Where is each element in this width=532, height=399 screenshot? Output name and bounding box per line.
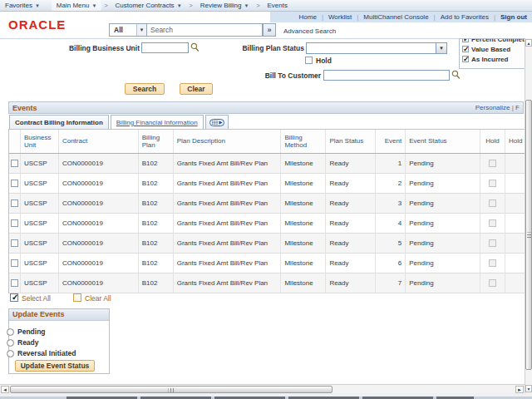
hold-checkbox[interactable] <box>305 57 313 64</box>
cell-event-number: 5 <box>376 234 406 253</box>
breadcrumb-favorites[interactable]: Favorites ▼ <box>0 0 45 11</box>
value-based-checkbox[interactable] <box>462 46 469 52</box>
vertical-scrollbar-thumb[interactable] <box>525 100 532 370</box>
header-event-status[interactable]: Event Status <box>406 130 480 153</box>
oracle-logo: ORACLE <box>8 17 66 32</box>
header-event[interactable]: Event <box>376 130 406 153</box>
cell-plan-description: Grants Fixed Amt Bill/Rev Plan <box>174 154 282 173</box>
as-incurred-row: As Incurred <box>462 54 525 64</box>
top-nav-links: Home | Worklist | MultiChannel Console |… <box>270 12 532 22</box>
header-hold[interactable]: Hold <box>480 130 505 153</box>
ready-radio[interactable] <box>7 339 14 347</box>
row-select-checkbox[interactable] <box>11 200 18 207</box>
header-contract[interactable]: Contract <box>59 130 139 153</box>
horizontal-scrollbar[interactable]: ◄ ► <box>0 384 525 393</box>
clear-all-icon[interactable] <box>73 293 81 302</box>
billing-plan-status-select[interactable]: ▼ <box>306 42 447 54</box>
percent-complete-row: Percent Complete <box>462 38 525 44</box>
row-select-checkbox[interactable] <box>11 219 18 227</box>
breadcrumb-separator-icon: > <box>254 2 262 8</box>
billing-business-unit-input[interactable] <box>141 42 189 53</box>
global-search-input[interactable] <box>147 23 263 37</box>
bill-to-customer-lookup-icon[interactable] <box>451 70 461 80</box>
cell-plan-status: Ready <box>326 254 376 273</box>
reversal-initiated-radio[interactable] <box>7 350 14 357</box>
chevron-down-icon[interactable]: ▼ <box>436 43 446 53</box>
cell-plan-status: Ready <box>326 214 376 233</box>
cell-billing-method: Milestone <box>281 234 326 253</box>
pending-radio[interactable] <box>7 328 14 336</box>
clear-button[interactable]: Clear <box>180 83 213 95</box>
vertical-scrollbar[interactable]: ▲ ▼ <box>525 38 532 393</box>
row-select-checkbox[interactable] <box>11 160 18 167</box>
cell-billing-method: Milestone <box>281 194 326 213</box>
row-select-checkbox[interactable] <box>11 259 18 267</box>
tab-billing-financial-information[interactable]: Billing Financial Information <box>111 115 204 129</box>
scroll-up-arrow-icon[interactable]: ▲ <box>525 39 532 47</box>
header-billing-plan[interactable]: Billing Plan <box>139 130 174 153</box>
cell-event-status: Pending <box>406 214 480 233</box>
select-all-icon[interactable] <box>10 293 18 302</box>
breadcrumb-main-menu-label: Main Menu <box>57 2 90 9</box>
nav-link-home[interactable]: Home <box>299 13 317 21</box>
nav-link-add-to-favorites[interactable]: Add to Favorites <box>441 13 489 21</box>
show-all-columns-button[interactable] <box>205 115 229 129</box>
bill-to-customer-input[interactable] <box>323 70 450 81</box>
nav-link-worklist[interactable]: Worklist <box>328 13 352 21</box>
page-header: ORACLE Home | Worklist | MultiChannel Co… <box>0 12 532 39</box>
table-row: USCSP CON0000019 B102 Grants Fixed Amt B… <box>9 194 525 214</box>
row-hold-checkbox <box>489 200 496 207</box>
scroll-left-arrow-icon[interactable]: ◄ <box>1 386 9 393</box>
cell-plan-status: Ready <box>326 273 376 293</box>
cell-contract: CON0000019 <box>59 174 139 193</box>
row-select-checkbox[interactable] <box>11 180 18 187</box>
nav-link-multichannel-console[interactable]: MultiChannel Console <box>363 13 428 21</box>
breadcrumb-customer-contracts[interactable]: Customer Contracts ▼ <box>110 0 186 11</box>
cell-billing-plan: B102 <box>139 273 174 293</box>
cell-business-unit: USCSP <box>21 273 59 293</box>
sign-out-link[interactable]: Sign out <box>500 13 527 21</box>
billing-business-unit-lookup-icon[interactable] <box>190 42 200 52</box>
events-tabs: Contract Billing Information Billing Fin… <box>9 115 229 129</box>
cell-hold-2 <box>505 234 525 253</box>
cell-contract: CON0000019 <box>59 214 139 233</box>
cell-event-status: Pending <box>406 254 480 273</box>
advanced-search-link[interactable]: Advanced Search <box>283 27 336 35</box>
horizontal-scrollbar-thumb[interactable] <box>10 386 332 393</box>
header-business-unit[interactable]: Business Unit <box>21 130 59 153</box>
row-select-checkbox[interactable] <box>11 239 18 247</box>
radio-row-ready: Ready <box>7 338 39 347</box>
breadcrumb-review-billing[interactable]: Review Billing ▼ <box>195 0 254 11</box>
cell-event-number: 2 <box>376 174 406 193</box>
row-hold-checkbox <box>489 239 496 247</box>
scroll-right-arrow-icon[interactable]: ► <box>515 386 524 393</box>
header-plan-description[interactable]: Plan Description <box>174 130 282 153</box>
header-plan-status[interactable]: Plan Status <box>326 130 376 153</box>
search-scope-select[interactable]: All ▼ <box>109 23 147 37</box>
chevron-down-icon: ▼ <box>136 24 146 36</box>
row-hold-checkbox <box>489 279 496 287</box>
table-row: USCSP CON0000019 B102 Grants Fixed Amt B… <box>9 254 525 273</box>
personalize-link[interactable]: Personalize <box>475 104 510 111</box>
radio-row-pending: Pending <box>7 328 46 336</box>
percent-complete-checkbox[interactable] <box>462 38 469 42</box>
update-event-status-button[interactable]: Update Event Status <box>15 360 95 372</box>
tab-contract-billing-information[interactable]: Contract Billing Information <box>9 115 109 129</box>
as-incurred-checkbox[interactable] <box>462 56 469 62</box>
search-go-button[interactable]: » <box>263 23 276 37</box>
cell-event-status: Pending <box>406 174 480 193</box>
header-billing-method[interactable]: Billing Method <box>281 130 326 153</box>
cell-contract: CON0000019 <box>59 273 139 293</box>
cell-plan-description: Grants Fixed Amt Bill/Rev Plan <box>174 234 282 253</box>
breadcrumb-item-label: Review Billing <box>200 2 242 9</box>
find-link[interactable]: F <box>515 104 520 111</box>
row-select-checkbox[interactable] <box>11 279 18 287</box>
scroll-down-arrow-icon[interactable]: ▼ <box>525 385 532 392</box>
breadcrumb-main-menu[interactable]: Main Menu ▼ <box>52 0 102 11</box>
search-button[interactable]: Search <box>125 83 165 95</box>
breadcrumb-events[interactable]: Events <box>263 0 293 11</box>
cell-event-status: Pending <box>406 273 480 293</box>
select-all-link[interactable]: Select All <box>22 294 51 303</box>
clear-all-link[interactable]: Clear All <box>85 294 111 303</box>
header-hold-2[interactable]: Hold <box>505 130 525 153</box>
